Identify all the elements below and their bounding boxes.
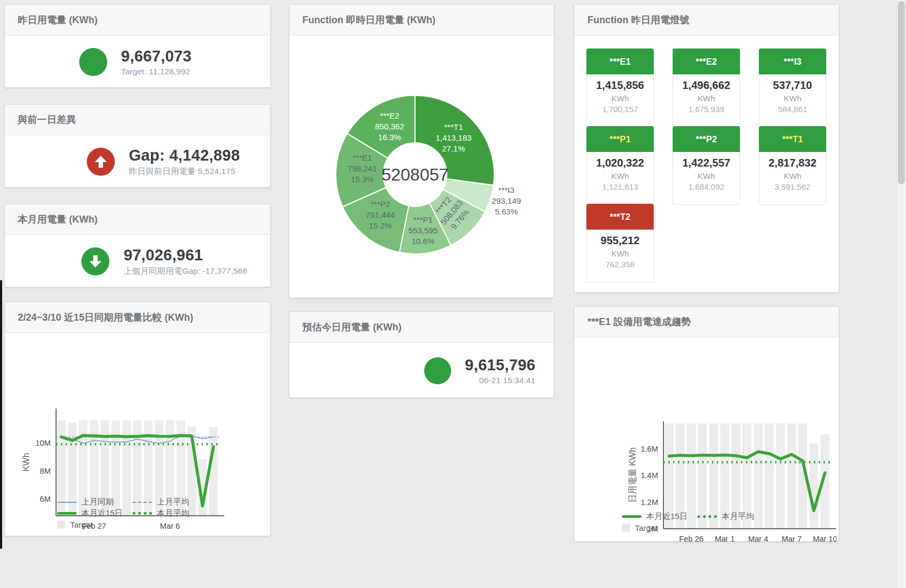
stat-value: 9,667,073: [121, 47, 192, 65]
panel-e1-trend: ***E1 設備用電達成趨勢 1M1.2M1.4M1.6MFeb 26Mar 1…: [574, 306, 839, 542]
panel-title: ***E1 設備用電達成趨勢: [587, 316, 691, 327]
panel-gap-header[interactable]: 與前一日差異: [5, 105, 270, 135]
panel-title: 預估今日用電量 (KWh): [302, 322, 402, 333]
lights-grid: ***E11,415,856KWh1,700,157***E21,496,662…: [575, 36, 839, 278]
legend-item[interactable]: 本月平均: [133, 508, 208, 518]
legend-swatch-thick: [57, 512, 77, 515]
panel-month-usage: 本月用電量 (KWh) 97,026,961 上個月同期用電Gap: -17,3…: [4, 204, 271, 287]
tile-target: 1,700,157: [587, 105, 653, 114]
tile-body: 1,020,322KWh1,121,613: [586, 152, 654, 205]
y-tick-label: 8M: [40, 467, 51, 475]
panel-yesterday-lights: Function 昨日用電燈號 ***E11,415,856KWh1,700,1…: [574, 4, 839, 293]
tile-value: 1,496,662: [673, 79, 739, 92]
legend-swatch-dash: [133, 502, 152, 503]
page-scrollbar[interactable]: [896, 0, 906, 588]
tile-header: ***T2: [586, 204, 654, 230]
panel-title: 2/24~3/10 近15日同期用電量比較 (KWh): [18, 312, 193, 323]
panel-compare-chart: 2/24~3/10 近15日同期用電量比較 (KWh) 6M8M10MFeb 2…: [4, 302, 271, 536]
target-bar: [810, 444, 819, 529]
tile-body: 1,415,856KWh1,700,157: [586, 74, 654, 127]
device-tile-T2[interactable]: ***T2955,212KWh762,358: [586, 204, 654, 278]
status-circle-green: [424, 357, 451, 384]
legend-swatch-dots: [697, 515, 717, 518]
legend-label: 本月近15日: [646, 511, 688, 522]
tile-value: 1,415,856: [587, 79, 653, 92]
tile-body: 1,422,557KWh1,684,092: [673, 152, 740, 205]
legend-label: 上月平均: [157, 497, 189, 507]
tile-body: 537,710KWh584,861: [759, 74, 826, 127]
panel-trend-header[interactable]: ***E1 設備用電達成趨勢: [575, 307, 839, 337]
x-tick-label: Feb 26: [679, 535, 703, 543]
scrollbar-thumb[interactable]: [898, 1, 905, 184]
y-tick-label: 1.4M: [641, 471, 658, 480]
down-arrow-circle-green: [81, 247, 109, 275]
tile-target: 584,861: [759, 105, 826, 114]
panel-yesterday-header[interactable]: 昨日用電量 (KWh): [5, 5, 270, 36]
legend-label: 上月同期: [81, 497, 114, 507]
legend-label: 本月近15日: [81, 508, 123, 518]
panel-today-estimate: 預估今日用電量 (KWh) 9,615,796 06-21 15:34:41: [289, 312, 554, 398]
target-bar: [787, 424, 796, 529]
device-tile-E2[interactable]: ***E21,496,662KWh1,675,939: [673, 49, 740, 122]
panel-donut-header[interactable]: Function 即時日用電量 (KWh): [289, 5, 554, 36]
tile-value: 537,710: [759, 79, 826, 92]
panel-estimate-header[interactable]: 預估今日用電量 (KWh): [289, 312, 554, 343]
tile-unit: KWh: [673, 94, 739, 103]
panel-lights-header[interactable]: Function 昨日用電燈號: [575, 5, 839, 36]
legend-row: Target: [622, 522, 773, 534]
up-arrow-icon: [93, 154, 109, 170]
tile-target: 1,121,613: [587, 182, 653, 191]
tile-unit: KWh: [587, 171, 653, 181]
legend-item[interactable]: 本月平均: [697, 511, 773, 522]
legend-row: Target: [57, 519, 208, 530]
tile-unit: KWh: [759, 94, 826, 103]
device-tile-I3[interactable]: ***I3537,710KWh584,861: [759, 49, 826, 122]
device-tile-P2[interactable]: ***P21,422,557KWh1,684,092: [673, 126, 740, 200]
x-tick-label: Mar 1: [715, 535, 735, 543]
legend-swatch-thick: [622, 515, 641, 518]
tile-value: 955,212: [587, 234, 653, 247]
donut-slice-label: ***I3293,1495.63%: [492, 185, 521, 216]
y-axis-title: KWh: [22, 453, 31, 472]
y-tick-label: 10M: [36, 439, 51, 447]
legend-item[interactable]: 本月近15日: [622, 511, 697, 522]
legend-item[interactable]: 上月平均: [133, 497, 208, 507]
up-arrow-circle-red: [87, 148, 115, 176]
dashboard: 昨日用電量 (KWh) 9,667,073 Target: 11,128,992…: [0, 0, 906, 588]
down-arrow-icon: [87, 253, 103, 269]
y-tick-label: 1.6M: [641, 445, 658, 453]
tile-value: 1,020,322: [587, 157, 653, 169]
legend-item[interactable]: Target: [57, 520, 133, 529]
y-tick-label: 1.2M: [641, 498, 658, 507]
legend-row: 本月近15日本月平均: [622, 511, 773, 522]
tile-value: 2,817,832: [759, 157, 826, 169]
panel-compare-header[interactable]: 2/24~3/10 近15日同期用電量比較 (KWh): [5, 302, 270, 333]
tile-target: 1,675,939: [673, 105, 739, 114]
tile-unit: KWh: [587, 94, 653, 103]
device-tile-P1[interactable]: ***P11,020,322KWh1,121,613: [586, 126, 654, 200]
legend-item[interactable]: 本月近15日: [57, 508, 133, 518]
legend-label: Target: [635, 523, 658, 532]
stat-subtext: 上個月同期用電Gap: -17,377,566: [123, 266, 247, 277]
panel-title: 本月用電量 (KWh): [18, 214, 98, 225]
panel-yesterday-usage: 昨日用電量 (KWh) 9,667,073 Target: 11,128,992: [4, 4, 271, 88]
tile-header: ***I3: [759, 49, 826, 74]
stat-subtext: 昨日與前日用電量 5,524,175: [129, 166, 240, 177]
tile-body: 2,817,832KWh3,591,562: [759, 152, 826, 205]
tile-body: 955,212KWh762,358: [586, 230, 654, 282]
legend-label: 本月平均: [722, 511, 754, 522]
panel-title: Function 即時日用電量 (KWh): [302, 15, 435, 25]
stat-subtext: 06-21 15:34:41: [465, 376, 536, 385]
x-tick-label: Mar 7: [781, 535, 801, 543]
legend-item[interactable]: Target: [622, 523, 697, 532]
legend-swatch-dots: [133, 512, 152, 515]
panel-title: Function 昨日用電燈號: [587, 15, 689, 25]
device-tile-T1[interactable]: ***T12,817,832KWh3,591,562: [759, 126, 826, 200]
stat-value: 9,615,796: [465, 356, 536, 374]
legend-item[interactable]: 上月同期: [57, 497, 133, 507]
tile-target: 3,591,562: [759, 182, 826, 191]
panel-gap-prev-day: 與前一日差異 Gap: 4,142,898 昨日與前日用電量 5,524,175: [4, 104, 271, 188]
device-tile-E1[interactable]: ***E11,415,856KWh1,700,157: [586, 49, 654, 122]
panel-month-header[interactable]: 本月用電量 (KWh): [5, 204, 270, 235]
legend-row: 上月同期上月平均: [57, 496, 208, 508]
